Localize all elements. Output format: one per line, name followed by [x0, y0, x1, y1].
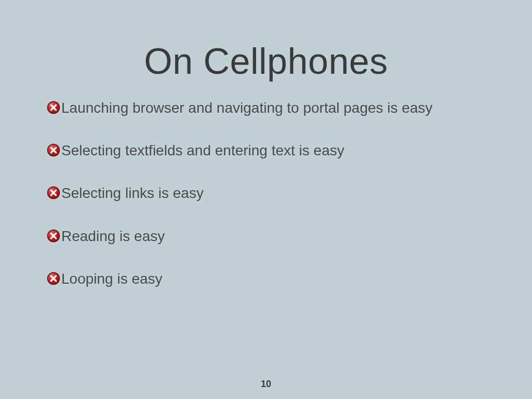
bullet-text: Launching browser and navigating to port…: [61, 100, 432, 116]
bullet-text: Looping is easy: [61, 271, 163, 287]
bullet-text: Selecting textfields and entering text i…: [61, 142, 344, 159]
list-item: Looping is easy: [47, 271, 501, 287]
cross-circle-icon: [47, 143, 60, 157]
cross-circle-icon: [47, 272, 60, 285]
list-item: Selecting textfields and entering text i…: [47, 142, 501, 159]
list-item: Selecting links is easy: [47, 185, 501, 202]
bullet-text: Selecting links is easy: [61, 185, 204, 202]
slide-title: On Cellphones: [0, 41, 532, 82]
list-item: Launching browser and navigating to port…: [47, 100, 501, 116]
cross-circle-icon: [47, 101, 60, 114]
cross-circle-icon: [47, 186, 60, 200]
slide: On Cellphones Launching browser and n: [0, 0, 532, 399]
bullet-text: Reading is easy: [61, 228, 165, 245]
page-number: 10: [0, 379, 532, 390]
list-item: Reading is easy: [47, 228, 501, 245]
cross-circle-icon: [47, 229, 60, 243]
bullet-list: Launching browser and navigating to port…: [47, 100, 501, 313]
